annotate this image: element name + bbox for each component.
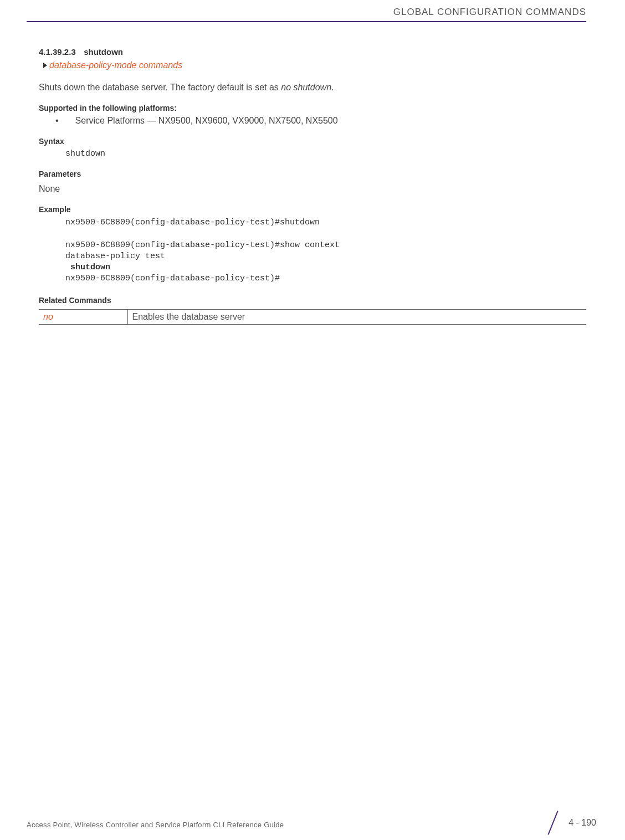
- example-line5: nx9500-6C8809(config-database-policy-tes…: [65, 274, 280, 283]
- header-rule: [27, 21, 586, 22]
- desc-post: .: [331, 83, 334, 92]
- page-slash-icon: [541, 811, 564, 834]
- footer-text: Access Point, Wireless Controller and Se…: [27, 821, 284, 829]
- header-title: GLOBAL CONFIGURATION COMMANDS: [393, 7, 586, 18]
- supported-heading: Supported in the following platforms:: [39, 104, 586, 112]
- desc-pre: Shuts down the database server. The fact…: [39, 83, 281, 92]
- section-title: shutdown: [84, 47, 123, 57]
- syntax-heading: Syntax: [39, 137, 586, 146]
- platform-row: •Service Platforms — NX9500, NX9600, VX9…: [55, 116, 586, 126]
- example-line2: nx9500-6C8809(config-database-policy-tes…: [65, 240, 340, 250]
- table-row: no Enables the database server: [39, 309, 586, 324]
- platform-text: Service Platforms — NX9500, NX9600, VX90…: [75, 116, 338, 125]
- example-line4: shutdown: [65, 263, 110, 272]
- page-number-box: 4 - 190: [541, 811, 596, 834]
- related-command-link[interactable]: no: [39, 309, 127, 324]
- section-number: 4.1.39.2.3: [39, 47, 76, 57]
- breadcrumb-row: database-policy-mode commands: [43, 60, 586, 70]
- bullet-icon: •: [55, 116, 59, 125]
- parameters-heading: Parameters: [39, 170, 586, 178]
- desc-italic: no shutdown: [281, 83, 331, 92]
- syntax-code: shutdown: [65, 149, 586, 158]
- example-line1: nx9500-6C8809(config-database-policy-tes…: [65, 218, 320, 227]
- related-heading: Related Commands: [39, 296, 586, 305]
- related-commands-table: no Enables the database server: [39, 309, 586, 325]
- example-block: nx9500-6C8809(config-database-policy-tes…: [65, 217, 586, 285]
- arrow-right-icon: [43, 63, 47, 68]
- parameters-value: None: [39, 184, 586, 194]
- page-number: 4 - 190: [568, 818, 596, 828]
- example-heading: Example: [39, 205, 586, 214]
- example-line3: database-policy test: [65, 252, 165, 261]
- related-command-desc: Enables the database server: [127, 309, 586, 324]
- section-heading-row: 4.1.39.2.3 shutdown: [39, 47, 586, 57]
- breadcrumb-link[interactable]: database-policy-mode commands: [49, 60, 182, 70]
- main-content: 4.1.39.2.3 shutdown database-policy-mode…: [39, 47, 586, 325]
- description-text: Shuts down the database server. The fact…: [39, 83, 586, 93]
